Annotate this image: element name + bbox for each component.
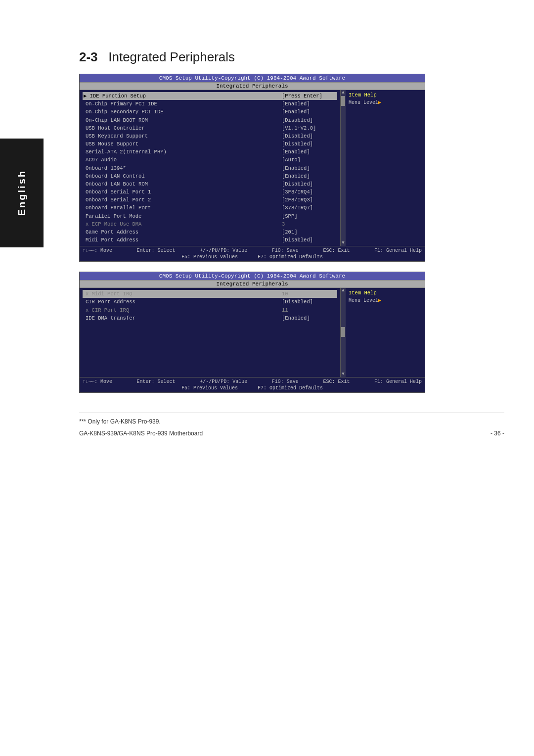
bios1-footer-item-3: F10: Save [272,248,299,253]
bios2-footer-item-r2-1: F7: Optimized Defaults [258,385,323,391]
bios1-row-0: ▶ IDE Function Setup[Press Enter] [83,92,337,100]
bios1-row-18: Midi Port Address[Disabled] [83,236,337,244]
bios1-row-8: AC97 Audio[Auto] [83,156,337,164]
bios1-row-7: Serial-ATA 2(Internal PHY)[Enabled] [83,148,337,156]
bios2-item-help-menu: Menu Level▶ [349,297,422,303]
sidebar-label: English [16,170,28,216]
bios1-row-value-15: [SPP] [282,213,336,220]
bios1-footer-row2: F5: Previous ValuesF7: Optimized Default… [83,254,422,260]
bios2-row-value-0: 10 [282,290,336,297]
bios1-row-label-1: On-Chip Primary PCI IDE [84,100,282,107]
bios-screen-2: CMOS Setup Utility-Copyright (C) 1984-20… [79,272,425,393]
bios2-row-value-3: [Enabled] [282,315,336,322]
bios1-row-label-3: On-Chip LAN BOOT ROM [84,117,282,124]
footer-note-area: *** Only for GA-K8NS Pro-939. [79,413,504,425]
bios1-row-label-0: ▶ IDE Function Setup [84,93,282,99]
bios-screen-1: CMOS Setup Utility-Copyright (C) 1984-20… [79,74,425,262]
bios1-row-6: USB Mouse Support[Disabled] [83,140,337,148]
bios2-row-3: IDE DMA transfer[Enabled] [83,314,337,322]
bios2-footer-item-r2-0: F5: Previous Values [181,385,238,391]
bios1-row-value-6: [Disabled] [282,141,336,147]
bios1-row-value-10: [Enabled] [282,173,336,180]
bios2-menu-arrow-icon: ▶ [378,298,381,303]
bios1-footer-item-5: F1: General Help [374,248,422,253]
bios1-row-15: Parallel Port Mode[SPP] [83,212,337,220]
bios1-row-label-8: AC97 Audio [84,156,282,163]
page-number: - 36 - [490,430,504,437]
bios1-row-label-2: On-Chip Secondary PCI IDE [84,108,282,115]
section-title: 2-3 Integrated Peripherals [79,49,504,65]
bios1-row-4: USB Host Controller[V1.1+V2.0] [83,124,337,132]
bios1-row-14: Onboard Parallel Port[378/IRQ7] [83,204,337,212]
bios1-row-label-7: Serial-ATA 2(Internal PHY) [84,148,282,155]
bios1-row-5: USB Keyboard Support[Disabled] [83,132,337,140]
bios1-row-label-11: Onboard LAN Boot ROM [84,181,282,188]
bios2-scroll-thumb [341,327,345,337]
bios2-scroll-down-icon: ▼ [342,372,344,377]
bios1-row-value-13: [2F8/IRQ3] [282,196,336,203]
bios2-footer-item-2: +/-/PU/PD: Value [200,379,247,384]
bios2-row-2: x CIR Port IRQ11 [83,306,337,314]
bios2-left-col: x Midi Port IRQ10CIR Port Address[Disabl… [80,288,341,377]
bios1-footer: ↑↓→←: MoveEnter: Select+/-/PU/PD: ValueF… [80,246,425,261]
bios1-row-value-7: [Enabled] [282,148,336,155]
sidebar-english-tab: English [0,139,44,247]
bios2-row-label-3: IDE DMA transfer [84,315,282,322]
bios2-footer-item-4: ESC: Exit [323,379,350,384]
bios1-scroll-up-icon: ▲ [342,91,344,95]
bios1-row-label-6: USB Mouse Support [84,141,282,147]
bios2-subtitle: Integrated Peripherals [80,281,425,288]
bios1-row-label-12: Onboard Serial Port 1 [84,189,282,195]
bios1-footer-item-r2-1: F7: Optimized Defaults [258,254,323,260]
bios2-footer-row1: ↑↓→←: MoveEnter: Select+/-/PU/PD: ValueF… [83,379,422,384]
bios1-row-label-4: USB Host Controller [84,125,282,132]
bios1-row-value-17: [201] [282,229,336,236]
bios1-row-label-16: x ECP Mode Use DMA [84,221,282,228]
bios1-row-value-12: [3F8/IRQ4] [282,189,336,195]
bios1-row-value-8: [Auto] [282,156,336,163]
bios2-footer-item-0: ↑↓→←: Move [83,379,112,384]
bios1-row-label-9: Onboard 1394* [84,165,282,172]
bios2-footer: ↑↓→←: MoveEnter: Select+/-/PU/PD: ValueF… [80,377,425,392]
bios2-body: x Midi Port IRQ10CIR Port Address[Disabl… [80,288,425,377]
bios1-menu-arrow-icon: ▶ [378,100,381,105]
bios2-row-label-1: CIR Port Address [84,298,282,305]
bios1-row-3: On-Chip LAN BOOT ROM[Disabled] [83,116,337,124]
bios1-row-label-13: Onboard Serial Port 2 [84,196,282,203]
bios2-scrollbar: ▲ ▼ [341,288,346,377]
bios2-footer-item-5: F1: General Help [374,379,422,384]
bios2-help-area: Item Help Menu Level▶ [346,288,425,377]
bios1-row-label-17: Game Port Address [84,229,282,236]
page-footer: GA-K8NS-939/GA-K8NS Pro-939 Motherboard … [79,430,504,437]
bios2-title: CMOS Setup Utility-Copyright (C) 1984-20… [80,272,425,281]
page-footer-text: GA-K8NS-939/GA-K8NS Pro-939 Motherboard [79,430,203,437]
bios1-row-value-2: [Enabled] [282,108,336,115]
bios2-footer-item-1: Enter: Select [137,379,176,384]
bios1-row-value-5: [Disabled] [282,133,336,140]
bios1-footer-item-0: ↑↓→←: Move [83,248,112,253]
bios1-item-help-menu: Menu Level▶ [349,99,422,105]
bios1-help-area: Item Help Menu Level▶ [346,90,425,246]
bios1-scrollbar: ▲ ▼ [341,90,346,246]
bios2-footer-row2: F5: Previous ValuesF7: Optimized Default… [83,385,422,391]
bios1-row-value-18: [Disabled] [282,236,336,243]
bios1-row-label-5: USB Keyboard Support [84,133,282,140]
bios2-rows-area: x Midi Port IRQ10CIR Port Address[Disabl… [80,288,341,377]
bios2-row-1: CIR Port Address[Disabled] [83,298,337,306]
bios1-row-value-14: [378/IRQ7] [282,204,336,211]
bios1-row-13: Onboard Serial Port 2[2F8/IRQ3] [83,196,337,204]
bios1-row-value-4: [V1.1+V2.0] [282,125,336,132]
bios1-row-label-10: Onboard LAN Control [84,173,282,180]
bios1-title: CMOS Setup Utility-Copyright (C) 1984-20… [80,74,425,83]
bios1-footer-row1: ↑↓→←: MoveEnter: Select+/-/PU/PD: ValueF… [83,248,422,253]
bios1-rows-area: ▶ IDE Function Setup[Press Enter]On-Chip… [80,90,341,246]
bios1-footer-item-2: +/-/PU/PD: Value [200,248,247,253]
bios1-row-11: Onboard LAN Boot ROM[Disabled] [83,180,337,188]
bios1-row-2: On-Chip Secondary PCI IDE[Enabled] [83,108,337,116]
bios1-body: ▶ IDE Function Setup[Press Enter]On-Chip… [80,90,425,246]
bios1-row-9: Onboard 1394*[Enabled] [83,164,337,172]
bios1-row-label-18: Midi Port Address [84,236,282,243]
bios1-row-label-15: Parallel Port Mode [84,213,282,220]
bios1-row-value-16: 3 [282,221,336,228]
bios1-row-1: On-Chip Primary PCI IDE[Enabled] [83,100,337,108]
